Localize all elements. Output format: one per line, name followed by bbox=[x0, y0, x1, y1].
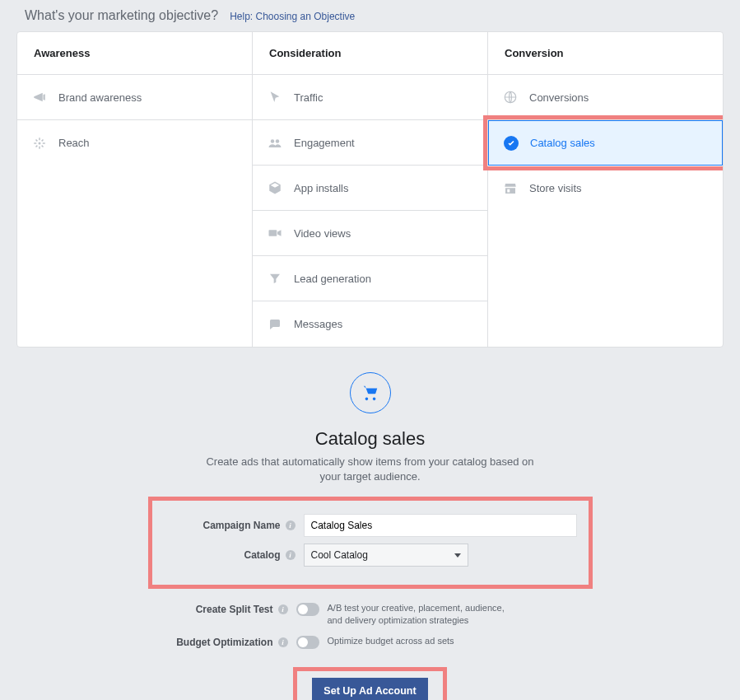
objective-label: Brand awareness bbox=[58, 91, 142, 104]
objective-app-installs[interactable]: App installs bbox=[253, 166, 487, 211]
budget-optimization-description: Optimize budget across ad sets bbox=[328, 635, 517, 647]
svg-point-1 bbox=[271, 139, 275, 143]
objective-label: App installs bbox=[294, 182, 348, 194]
svg-point-0 bbox=[39, 142, 41, 144]
objective-traffic[interactable]: Traffic bbox=[253, 75, 487, 120]
video-icon bbox=[268, 226, 282, 240]
objective-label: Traffic bbox=[294, 91, 323, 104]
form-highlight-box: Campaign Name i Catalog i Cool Catalog bbox=[148, 497, 593, 589]
info-icon[interactable]: i bbox=[278, 637, 288, 647]
objective-conversions[interactable]: Conversions bbox=[488, 75, 723, 120]
catalog-select-value: Cool Catalog bbox=[311, 549, 368, 561]
objective-label: Catalog sales bbox=[530, 137, 595, 149]
objective-brand-awareness[interactable]: Brand awareness bbox=[17, 75, 252, 120]
objective-label: Conversions bbox=[529, 91, 589, 104]
info-icon[interactable]: i bbox=[286, 520, 296, 530]
objective-grid: Awareness Brand awareness Reach Consider… bbox=[16, 31, 724, 348]
page-title: What's your marketing objective? bbox=[25, 8, 218, 23]
objective-label: Lead generation bbox=[294, 273, 371, 285]
detail-description: Create ads that automatically show items… bbox=[198, 455, 543, 484]
objective-engagement[interactable]: Engagement bbox=[253, 120, 487, 166]
campaign-name-input[interactable] bbox=[304, 514, 577, 537]
column-header-consideration: Consideration bbox=[253, 32, 487, 75]
objective-label: Messages bbox=[294, 318, 342, 330]
page-header: What's your marketing objective? Help: C… bbox=[16, 8, 724, 23]
check-icon bbox=[504, 136, 519, 151]
info-icon[interactable]: i bbox=[278, 604, 288, 614]
people-icon bbox=[268, 135, 282, 150]
objective-label: Video views bbox=[294, 227, 351, 240]
svg-point-2 bbox=[276, 139, 280, 143]
split-test-label: Create Split Test i bbox=[148, 602, 288, 615]
objective-label: Reach bbox=[58, 137, 90, 149]
catalog-select[interactable]: Cool Catalog bbox=[304, 544, 468, 567]
store-icon bbox=[503, 181, 518, 196]
objective-store-visits[interactable]: Store visits bbox=[488, 166, 723, 211]
help-link[interactable]: Help: Choosing an Objective bbox=[230, 11, 355, 22]
cta-highlight-box: Set Up Ad Account bbox=[293, 667, 446, 700]
setup-ad-account-button[interactable]: Set Up Ad Account bbox=[312, 678, 427, 700]
objective-detail: Catalog sales Create ads that automatica… bbox=[148, 372, 593, 700]
objective-catalog-sales[interactable]: Catalog sales bbox=[488, 120, 723, 166]
column-header-conversion: Conversion bbox=[488, 32, 723, 75]
funnel-icon bbox=[268, 271, 282, 286]
objective-video-views[interactable]: Video views bbox=[253, 211, 487, 256]
catalog-label: Catalog i bbox=[164, 549, 296, 561]
megaphone-icon bbox=[32, 90, 47, 105]
objective-lead-generation[interactable]: Lead generation bbox=[253, 256, 487, 301]
info-icon[interactable]: i bbox=[286, 550, 296, 560]
budget-optimization-label: Budget Optimization i bbox=[148, 635, 288, 648]
split-test-description: A/B test your creative, placement, audie… bbox=[328, 602, 517, 627]
reach-icon bbox=[32, 136, 47, 151]
objective-label: Engagement bbox=[294, 137, 355, 149]
split-test-toggle[interactable] bbox=[296, 603, 319, 616]
globe-icon bbox=[503, 90, 518, 105]
objective-messages[interactable]: Messages bbox=[253, 301, 487, 347]
budget-optimization-toggle[interactable] bbox=[296, 636, 319, 649]
objective-label: Store visits bbox=[529, 182, 582, 194]
cursor-icon bbox=[268, 90, 282, 105]
chat-icon bbox=[268, 317, 282, 332]
catalog-sales-hero-icon bbox=[350, 372, 391, 413]
objective-reach[interactable]: Reach bbox=[17, 120, 252, 166]
column-header-awareness: Awareness bbox=[17, 32, 252, 75]
detail-title: Catalog sales bbox=[148, 428, 593, 450]
campaign-name-label: Campaign Name i bbox=[164, 520, 296, 531]
svg-rect-3 bbox=[269, 230, 277, 236]
chevron-down-icon bbox=[454, 553, 461, 558]
box-icon bbox=[268, 180, 282, 195]
